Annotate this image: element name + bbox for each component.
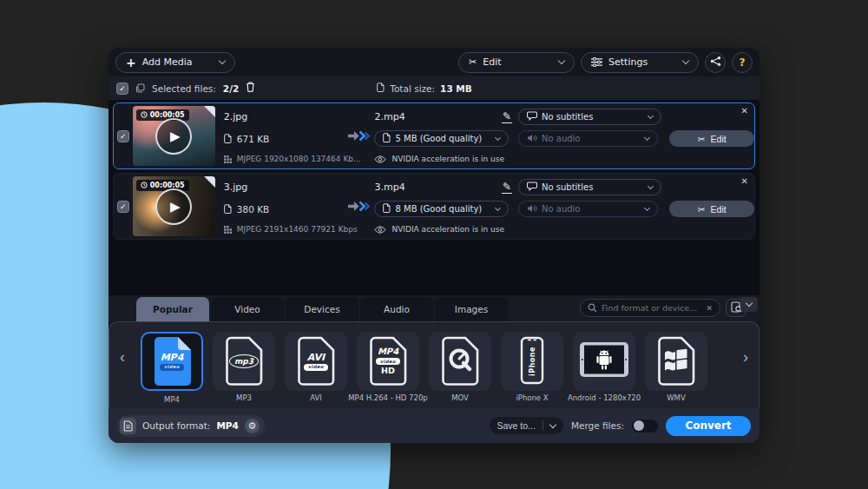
play-icon: ▶ — [170, 199, 181, 215]
speech-bubble-icon — [527, 111, 537, 122]
tab-popular[interactable]: Popular — [136, 297, 209, 321]
format-card-mp3[interactable]: mp3 MP3 — [213, 332, 275, 391]
settings-menu-label: Settings — [608, 56, 648, 68]
video-thumbnail[interactable]: 00:00:05 ▶ — [133, 176, 215, 236]
clock-icon — [141, 111, 148, 120]
format-card-avi[interactable]: AVI video AVI — [285, 332, 347, 391]
play-button[interactable]: ▶ — [155, 188, 192, 225]
play-icon: ▶ — [170, 129, 181, 144]
rename-button[interactable]: ✎ — [502, 111, 512, 123]
settings-menu-button[interactable]: Settings — [581, 52, 699, 73]
remove-file-button[interactable]: ✕ — [741, 106, 748, 116]
row-controls: No subtitles No audio ✂ Edit — [518, 174, 754, 239]
search-icon — [588, 300, 597, 316]
select-all-checkbox[interactable]: ✓ — [116, 83, 128, 95]
file-row[interactable]: ✓ 00:00:05 ▶ 2.jpg 671 KB MJPEG 1920x108… — [113, 102, 755, 169]
output-format-value: MP4 — [216, 420, 238, 431]
remove-file-button[interactable]: ✕ — [741, 176, 748, 186]
page-corner-decoration — [204, 106, 215, 117]
output-info: 2.mp4 ✎ 5 MB (Good quality) NVIDIA accel… — [374, 103, 512, 169]
format-card-mp4-hd[interactable]: MP4 video HD MP4 H.264 - HD 720p — [357, 332, 419, 391]
scroll-right-button[interactable]: › — [743, 348, 748, 367]
scroll-left-button[interactable]: ‹ — [120, 348, 125, 367]
search-input[interactable] — [602, 303, 701, 313]
gear-icon: ⚙ — [247, 420, 256, 432]
android-tablet-icon — [579, 341, 629, 381]
pencil-icon: ✎ — [503, 110, 511, 122]
merge-files-toggle[interactable] — [632, 420, 658, 433]
audio-dropdown[interactable]: No audio — [518, 201, 658, 217]
clear-search-button[interactable]: ✕ — [706, 304, 713, 313]
chevron-down-icon — [648, 112, 654, 118]
file-icon — [377, 83, 385, 94]
codec-grid-icon — [224, 150, 232, 167]
format-card-mov[interactable]: MOV — [429, 332, 491, 391]
chevron-down-icon — [495, 134, 501, 140]
format-card-wmv[interactable]: WMV — [645, 332, 707, 391]
rename-button[interactable]: ✎ — [502, 182, 512, 194]
chevron-down-icon — [682, 57, 689, 64]
pencil-icon: ✎ — [503, 181, 511, 193]
format-card-android[interactable]: Android - 1280x720 — [573, 332, 635, 391]
format-search: ✕ — [580, 299, 720, 317]
help-button[interactable]: ? — [732, 52, 753, 73]
format-label: Android - 1280x720 — [568, 393, 641, 402]
collapse-panel-button[interactable] — [740, 297, 758, 312]
tab-devices[interactable]: Devices — [286, 297, 358, 321]
file-icon — [383, 133, 391, 144]
edit-file-button[interactable]: ✂ Edit — [669, 130, 754, 147]
quality-dropdown[interactable]: 5 MB (Good quality) — [374, 130, 509, 147]
source-filename: 2.jpg — [224, 106, 344, 128]
delete-button[interactable] — [246, 82, 255, 95]
subtitles-dropdown[interactable]: No subtitles — [518, 109, 661, 125]
tab-audio[interactable]: Audio — [360, 297, 433, 321]
files-stack-icon — [135, 83, 145, 93]
format-label: AVI — [310, 393, 322, 402]
chevron-down-icon — [746, 300, 753, 307]
edit-menu-button[interactable]: ✂ Edit — [458, 52, 575, 73]
audio-dropdown[interactable]: No audio — [518, 130, 658, 147]
add-media-button[interactable]: + Add Media — [115, 52, 235, 73]
divider — [542, 420, 543, 431]
format-label: MP3 — [236, 393, 252, 402]
source-size: 380 KB — [237, 204, 269, 215]
file-row[interactable]: ✓ 00:00:05 ▶ 3.jpg 380 KB MJPEG 2191x146… — [113, 173, 755, 240]
quality-dropdown[interactable]: 8 MB (Good quality) — [374, 201, 509, 217]
format-card-mp4[interactable]: MP4 video MP4 — [141, 332, 203, 391]
codec-grid-icon — [224, 221, 232, 237]
output-info: 3.mp4 ✎ 8 MB (Good quality) NVIDIA accel… — [374, 174, 512, 239]
nvidia-icon — [374, 150, 386, 167]
output-filename: 3.mp4 — [374, 182, 404, 193]
tab-images[interactable]: Images — [435, 297, 508, 321]
selection-bar: ✓ Selected files: 2/2 Total size: 13 MB — [108, 76, 760, 100]
footer-bar: Output format: MP4 ⚙ Save to... Merge fi… — [108, 408, 760, 443]
row-checkbox[interactable]: ✓ — [117, 130, 129, 142]
play-button[interactable]: ▶ — [155, 118, 192, 155]
tab-video[interactable]: Video — [211, 297, 284, 321]
chevron-down-icon — [644, 134, 650, 140]
video-thumbnail[interactable]: 00:00:05 ▶ — [133, 106, 215, 166]
convert-arrow-icon — [344, 174, 375, 239]
source-codec-info: MJPEG 2191x1460 77921 Kbps — [237, 225, 358, 234]
output-format-icon — [120, 418, 136, 434]
plus-icon: + — [126, 56, 136, 69]
source-size: 671 KB — [237, 134, 269, 144]
convert-button[interactable]: Convert — [666, 416, 751, 436]
file-icon — [224, 130, 232, 147]
format-card-iphone-x[interactable]: iPhone iPhone X — [501, 332, 563, 391]
save-to-dropdown[interactable]: Save to... — [490, 417, 563, 434]
output-filename: 2.mp4 — [374, 111, 404, 122]
edit-file-button[interactable]: ✂ Edit — [669, 201, 754, 217]
file-icon — [224, 201, 232, 217]
row-checkbox[interactable]: ✓ — [117, 201, 129, 213]
scissors-icon: ✂ — [698, 204, 706, 215]
format-label: WMV — [667, 393, 686, 402]
output-settings-button[interactable]: ⚙ — [245, 419, 260, 433]
output-format-control[interactable]: Output format: MP4 ⚙ — [117, 415, 265, 437]
chevron-down-icon — [219, 57, 226, 64]
subtitles-dropdown[interactable]: No subtitles — [518, 179, 661, 195]
chevron-down-icon — [648, 182, 654, 188]
share-button[interactable] — [705, 52, 726, 73]
format-label: MP4 — [164, 395, 180, 404]
format-label: MOV — [451, 393, 469, 402]
